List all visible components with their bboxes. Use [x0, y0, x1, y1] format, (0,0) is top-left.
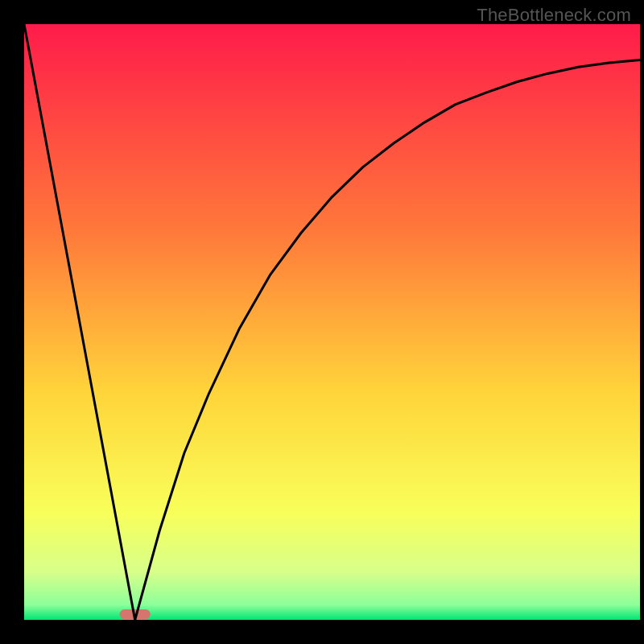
gradient-background: [24, 24, 640, 620]
chart-frame: TheBottleneck.com: [0, 0, 644, 644]
watermark-text: TheBottleneck.com: [477, 5, 631, 26]
bottleneck-chart: [0, 0, 644, 644]
plot-area: [24, 24, 640, 620]
